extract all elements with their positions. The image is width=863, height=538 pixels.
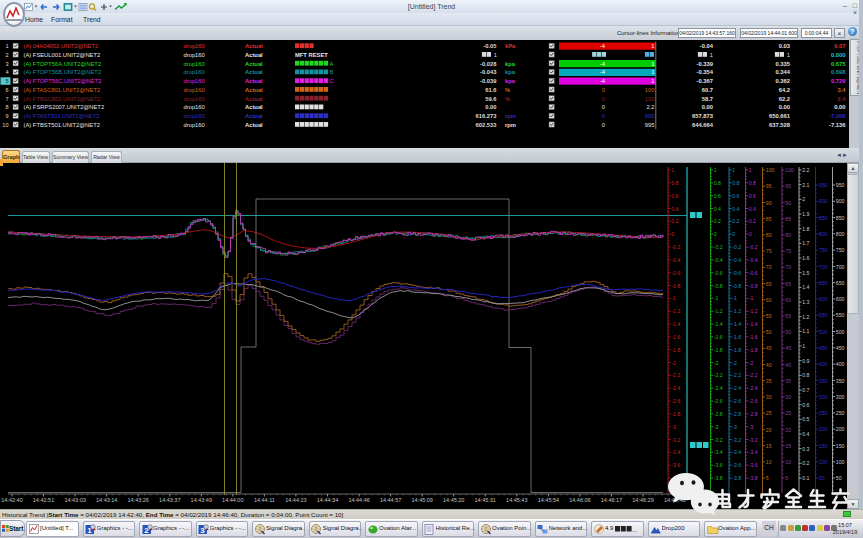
svg-text:1: 1 [494, 52, 497, 58]
svg-text:-1.6: -1.6 [749, 334, 758, 340]
svg-text:350: 350 [819, 378, 828, 384]
svg-text:%: % [505, 87, 510, 93]
svg-text:15: 15 [785, 443, 791, 449]
svg-text:95: 95 [766, 183, 772, 189]
svg-text:1.4: 1.4 [802, 284, 809, 290]
svg-text:0.5: 0.5 [802, 416, 809, 422]
svg-text:-0.4: -0.4 [749, 257, 758, 263]
svg-text:1: 1 [710, 52, 713, 58]
svg-text:1: 1 [714, 167, 717, 173]
svg-text:0.2: 0.2 [749, 218, 756, 224]
svg-text:1.2: 1.2 [802, 314, 809, 320]
svg-text:-0.8: -0.8 [714, 283, 723, 289]
svg-text:-2: -2 [749, 360, 754, 366]
svg-text:2.1: 2.1 [802, 182, 809, 188]
svg-text:5: 5 [5, 78, 8, 84]
svg-text:0.4: 0.4 [802, 431, 809, 437]
svg-text:0: 0 [602, 96, 605, 102]
svg-text:-2.8: -2.8 [671, 411, 680, 417]
svg-text:35: 35 [785, 378, 791, 384]
svg-text:600: 600 [836, 296, 845, 302]
svg-text:1.6: 1.6 [802, 255, 809, 261]
svg-text:64.2: 64.2 [779, 87, 790, 93]
svg-text:0.729: 0.729 [831, 78, 846, 84]
svg-text:-1: -1 [714, 295, 719, 301]
svg-text:100: 100 [819, 459, 828, 465]
svg-text:0.00: 0.00 [834, 104, 845, 110]
svg-text:995: 995 [645, 122, 655, 128]
svg-text:drop160: drop160 [184, 69, 205, 75]
svg-text:Actual: Actual [245, 96, 263, 102]
svg-text:-2.6: -2.6 [732, 398, 741, 404]
svg-text:0.2: 0.2 [714, 218, 721, 224]
svg-text:995: 995 [645, 113, 655, 119]
svg-text:14:45:43: 14:45:43 [506, 497, 527, 503]
svg-text:85: 85 [766, 216, 772, 222]
svg-text:2.4: 2.4 [837, 96, 846, 102]
svg-text:-3: -3 [732, 424, 737, 430]
svg-text:2.2: 2.2 [802, 167, 809, 173]
svg-text:55: 55 [785, 313, 791, 319]
svg-text:0.4: 0.4 [732, 206, 739, 212]
svg-text:400: 400 [836, 361, 845, 367]
svg-text:75: 75 [785, 248, 791, 254]
svg-text:10: 10 [766, 459, 772, 465]
svg-text:-0.039: -0.039 [480, 78, 497, 84]
svg-text:-1.8: -1.8 [732, 347, 741, 353]
svg-text:rpm: rpm [505, 122, 516, 128]
svg-text:-1.4: -1.4 [714, 321, 723, 327]
svg-text:-2.6: -2.6 [749, 398, 758, 404]
svg-text:0.4: 0.4 [714, 206, 721, 212]
svg-text:rpm: rpm [505, 113, 516, 119]
svg-text:900: 900 [836, 198, 845, 204]
svg-text:45: 45 [766, 345, 772, 351]
svg-text:200: 200 [819, 426, 828, 432]
svg-text:-2.8: -2.8 [714, 411, 723, 417]
svg-text:602.533: 602.533 [476, 122, 498, 128]
svg-text:-1.4: -1.4 [732, 321, 741, 327]
svg-text:-2.4: -2.4 [749, 385, 758, 391]
svg-text:-3: -3 [714, 424, 719, 430]
svg-text:drop160: drop160 [184, 52, 205, 58]
svg-text:drop160: drop160 [184, 104, 205, 110]
svg-text:14:44:00: 14:44:00 [222, 497, 243, 503]
svg-text:-0.2: -0.2 [749, 244, 758, 250]
svg-text:0: 0 [671, 231, 674, 237]
svg-text:0.000: 0.000 [831, 52, 846, 58]
svg-text:-4: -4 [600, 78, 606, 84]
svg-text:2.2: 2.2 [646, 104, 654, 110]
svg-text:-7.206: -7.206 [829, 113, 846, 119]
svg-text:1.7: 1.7 [802, 240, 809, 246]
svg-text:-1.2: -1.2 [671, 308, 680, 314]
svg-text:80: 80 [785, 232, 791, 238]
svg-text:0.6: 0.6 [732, 193, 739, 199]
svg-text:-0.043: -0.043 [480, 69, 497, 75]
svg-text:(A) FTOPT56B.UNIT2@NET2: (A) FTOPT56B.UNIT2@NET2 [24, 69, 102, 75]
svg-text:0: 0 [602, 104, 605, 110]
svg-text:10: 10 [2, 122, 8, 128]
svg-text:-1.2: -1.2 [749, 308, 758, 314]
svg-text:-0.4: -0.4 [671, 257, 680, 263]
svg-text:700: 700 [836, 264, 845, 270]
svg-text:100: 100 [645, 96, 655, 102]
svg-text:drop160: drop160 [184, 43, 205, 49]
svg-text:-3.4: -3.4 [714, 449, 723, 455]
svg-text:-2.4: -2.4 [732, 385, 741, 391]
svg-text:14:45:09: 14:45:09 [411, 497, 432, 503]
svg-text:(A) FSEUL001.UNIT2@NET2: (A) FSEUL001.UNIT2@NET2 [24, 52, 101, 58]
svg-text:(A) FTBST501.UNIT2@NET2: (A) FTBST501.UNIT2@NET2 [24, 122, 100, 128]
svg-text:3.4: 3.4 [837, 87, 846, 93]
svg-text:...: ... [632, 527, 637, 533]
svg-text:-0.6: -0.6 [749, 270, 758, 276]
svg-text:1: 1 [671, 167, 674, 173]
svg-text:0: 0 [714, 231, 717, 237]
svg-text:-0.2: -0.2 [671, 244, 680, 250]
svg-text:90: 90 [766, 200, 772, 206]
svg-text:75: 75 [766, 248, 772, 254]
svg-text:15: 15 [766, 443, 772, 449]
svg-text:-1.8: -1.8 [749, 347, 758, 353]
svg-text:-1.2: -1.2 [732, 308, 741, 314]
svg-text:900: 900 [819, 198, 828, 204]
svg-text:-0.6: -0.6 [732, 270, 741, 276]
svg-text:800: 800 [836, 231, 845, 237]
